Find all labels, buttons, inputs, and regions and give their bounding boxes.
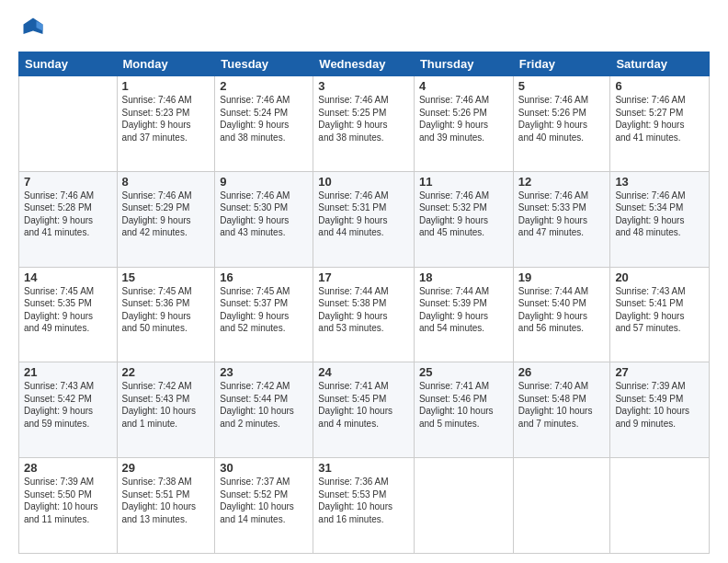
day-info: Sunrise: 7:42 AM Sunset: 5:44 PM Dayligh… bbox=[220, 380, 308, 430]
day-info: Sunrise: 7:36 AM Sunset: 5:53 PM Dayligh… bbox=[318, 476, 409, 525]
day-info: Sunrise: 7:46 AM Sunset: 5:28 PM Dayligh… bbox=[24, 190, 112, 239]
day-number: 2 bbox=[220, 79, 308, 93]
calendar-cell: 30Sunrise: 7:37 AM Sunset: 5:52 PM Dayli… bbox=[215, 458, 313, 554]
calendar-week-row: 1Sunrise: 7:46 AM Sunset: 5:23 PM Daylig… bbox=[19, 76, 710, 172]
day-number: 29 bbox=[122, 461, 210, 475]
calendar-cell: 1Sunrise: 7:46 AM Sunset: 5:23 PM Daylig… bbox=[117, 76, 215, 172]
day-info: Sunrise: 7:46 AM Sunset: 5:32 PM Dayligh… bbox=[419, 190, 508, 239]
calendar-cell: 19Sunrise: 7:44 AM Sunset: 5:40 PM Dayli… bbox=[513, 267, 610, 362]
calendar-cell: 20Sunrise: 7:43 AM Sunset: 5:41 PM Dayli… bbox=[610, 267, 710, 362]
day-info: Sunrise: 7:42 AM Sunset: 5:43 PM Dayligh… bbox=[122, 380, 210, 430]
day-of-week-wednesday: Wednesday bbox=[313, 52, 415, 76]
day-info: Sunrise: 7:40 AM Sunset: 5:48 PM Dayligh… bbox=[518, 380, 606, 430]
day-info: Sunrise: 7:46 AM Sunset: 5:26 PM Dayligh… bbox=[419, 94, 508, 144]
day-info: Sunrise: 7:43 AM Sunset: 5:42 PM Dayligh… bbox=[24, 380, 112, 430]
day-number: 21 bbox=[24, 365, 112, 379]
calendar-cell: 10Sunrise: 7:46 AM Sunset: 5:31 PM Dayli… bbox=[313, 171, 415, 267]
day-number: 26 bbox=[518, 365, 606, 379]
logo bbox=[18, 15, 46, 44]
day-of-week-monday: Monday bbox=[117, 52, 215, 76]
calendar-cell: 5Sunrise: 7:46 AM Sunset: 5:26 PM Daylig… bbox=[513, 76, 610, 172]
calendar-cell bbox=[19, 76, 118, 172]
calendar-cell: 14Sunrise: 7:45 AM Sunset: 5:35 PM Dayli… bbox=[19, 267, 118, 362]
day-number: 24 bbox=[318, 365, 409, 379]
day-info: Sunrise: 7:46 AM Sunset: 5:24 PM Dayligh… bbox=[220, 94, 308, 144]
calendar-cell: 3Sunrise: 7:46 AM Sunset: 5:25 PM Daylig… bbox=[313, 76, 415, 172]
calendar-cell: 27Sunrise: 7:39 AM Sunset: 5:49 PM Dayli… bbox=[610, 362, 710, 458]
calendar-page: SundayMondayTuesdayWednesdayThursdayFrid… bbox=[0, 0, 728, 563]
calendar-week-row: 14Sunrise: 7:45 AM Sunset: 5:35 PM Dayli… bbox=[19, 267, 710, 362]
day-info: Sunrise: 7:43 AM Sunset: 5:41 PM Dayligh… bbox=[615, 285, 704, 335]
calendar-cell: 15Sunrise: 7:45 AM Sunset: 5:36 PM Dayli… bbox=[117, 267, 215, 362]
day-number: 13 bbox=[615, 175, 704, 189]
calendar-cell: 22Sunrise: 7:42 AM Sunset: 5:43 PM Dayli… bbox=[117, 362, 215, 458]
day-number: 12 bbox=[518, 175, 606, 189]
day-info: Sunrise: 7:41 AM Sunset: 5:45 PM Dayligh… bbox=[318, 380, 409, 430]
calendar-cell: 6Sunrise: 7:46 AM Sunset: 5:27 PM Daylig… bbox=[610, 76, 710, 172]
day-info: Sunrise: 7:45 AM Sunset: 5:35 PM Dayligh… bbox=[24, 285, 112, 335]
day-number: 30 bbox=[220, 461, 308, 475]
day-number: 17 bbox=[318, 270, 409, 284]
calendar-cell: 13Sunrise: 7:46 AM Sunset: 5:34 PM Dayli… bbox=[610, 171, 710, 267]
calendar-cell: 26Sunrise: 7:40 AM Sunset: 5:48 PM Dayli… bbox=[513, 362, 610, 458]
day-info: Sunrise: 7:38 AM Sunset: 5:51 PM Dayligh… bbox=[122, 476, 210, 525]
day-of-week-sunday: Sunday bbox=[19, 52, 118, 76]
day-info: Sunrise: 7:37 AM Sunset: 5:52 PM Dayligh… bbox=[220, 476, 308, 525]
calendar-cell: 25Sunrise: 7:41 AM Sunset: 5:46 PM Dayli… bbox=[414, 362, 513, 458]
day-number: 3 bbox=[318, 79, 409, 93]
day-info: Sunrise: 7:41 AM Sunset: 5:46 PM Dayligh… bbox=[419, 380, 508, 430]
day-number: 16 bbox=[220, 270, 308, 284]
day-number: 23 bbox=[220, 365, 308, 379]
day-info: Sunrise: 7:39 AM Sunset: 5:50 PM Dayligh… bbox=[24, 476, 112, 525]
day-info: Sunrise: 7:46 AM Sunset: 5:26 PM Dayligh… bbox=[518, 94, 606, 144]
calendar-cell: 18Sunrise: 7:44 AM Sunset: 5:39 PM Dayli… bbox=[414, 267, 513, 362]
day-number: 22 bbox=[122, 365, 210, 379]
day-number: 19 bbox=[518, 270, 606, 284]
day-of-week-friday: Friday bbox=[513, 52, 610, 76]
calendar-cell: 4Sunrise: 7:46 AM Sunset: 5:26 PM Daylig… bbox=[414, 76, 513, 172]
day-info: Sunrise: 7:46 AM Sunset: 5:33 PM Dayligh… bbox=[518, 190, 606, 239]
day-info: Sunrise: 7:46 AM Sunset: 5:31 PM Dayligh… bbox=[318, 190, 409, 239]
day-info: Sunrise: 7:46 AM Sunset: 5:25 PM Dayligh… bbox=[318, 94, 409, 144]
calendar-cell: 23Sunrise: 7:42 AM Sunset: 5:44 PM Dayli… bbox=[215, 362, 313, 458]
calendar-cell: 7Sunrise: 7:46 AM Sunset: 5:28 PM Daylig… bbox=[19, 171, 118, 267]
day-number: 11 bbox=[419, 175, 508, 189]
day-of-week-tuesday: Tuesday bbox=[215, 52, 313, 76]
calendar-cell: 31Sunrise: 7:36 AM Sunset: 5:53 PM Dayli… bbox=[313, 458, 415, 554]
calendar-cell: 11Sunrise: 7:46 AM Sunset: 5:32 PM Dayli… bbox=[414, 171, 513, 267]
day-number: 27 bbox=[615, 365, 704, 379]
calendar-cell: 29Sunrise: 7:38 AM Sunset: 5:51 PM Dayli… bbox=[117, 458, 215, 554]
calendar-week-row: 28Sunrise: 7:39 AM Sunset: 5:50 PM Dayli… bbox=[19, 458, 710, 554]
day-number: 18 bbox=[419, 270, 508, 284]
day-info: Sunrise: 7:44 AM Sunset: 5:40 PM Dayligh… bbox=[518, 285, 606, 335]
day-number: 8 bbox=[122, 175, 210, 189]
calendar-cell bbox=[513, 458, 610, 554]
day-number: 10 bbox=[318, 175, 409, 189]
calendar-cell: 9Sunrise: 7:46 AM Sunset: 5:30 PM Daylig… bbox=[215, 171, 313, 267]
calendar-header-row: SundayMondayTuesdayWednesdayThursdayFrid… bbox=[19, 52, 710, 76]
day-number: 14 bbox=[24, 270, 112, 284]
day-info: Sunrise: 7:39 AM Sunset: 5:49 PM Dayligh… bbox=[615, 380, 704, 430]
calendar-cell bbox=[414, 458, 513, 554]
day-info: Sunrise: 7:46 AM Sunset: 5:29 PM Dayligh… bbox=[122, 190, 210, 239]
calendar-cell: 24Sunrise: 7:41 AM Sunset: 5:45 PM Dayli… bbox=[313, 362, 415, 458]
day-number: 4 bbox=[419, 79, 508, 93]
calendar-cell: 16Sunrise: 7:45 AM Sunset: 5:37 PM Dayli… bbox=[215, 267, 313, 362]
logo-icon bbox=[20, 15, 46, 40]
day-info: Sunrise: 7:44 AM Sunset: 5:38 PM Dayligh… bbox=[318, 285, 409, 335]
day-of-week-thursday: Thursday bbox=[414, 52, 513, 76]
calendar-cell: 17Sunrise: 7:44 AM Sunset: 5:38 PM Dayli… bbox=[313, 267, 415, 362]
header bbox=[18, 15, 710, 44]
day-number: 7 bbox=[24, 175, 112, 189]
day-info: Sunrise: 7:45 AM Sunset: 5:36 PM Dayligh… bbox=[122, 285, 210, 335]
day-number: 31 bbox=[318, 461, 409, 475]
calendar-cell: 12Sunrise: 7:46 AM Sunset: 5:33 PM Dayli… bbox=[513, 171, 610, 267]
day-info: Sunrise: 7:46 AM Sunset: 5:34 PM Dayligh… bbox=[615, 190, 704, 239]
calendar-cell: 28Sunrise: 7:39 AM Sunset: 5:50 PM Dayli… bbox=[19, 458, 118, 554]
day-number: 5 bbox=[518, 79, 606, 93]
day-info: Sunrise: 7:46 AM Sunset: 5:30 PM Dayligh… bbox=[220, 190, 308, 239]
calendar-cell: 8Sunrise: 7:46 AM Sunset: 5:29 PM Daylig… bbox=[117, 171, 215, 267]
day-info: Sunrise: 7:45 AM Sunset: 5:37 PM Dayligh… bbox=[220, 285, 308, 335]
calendar-table: SundayMondayTuesdayWednesdayThursdayFrid… bbox=[18, 52, 710, 554]
day-number: 25 bbox=[419, 365, 508, 379]
